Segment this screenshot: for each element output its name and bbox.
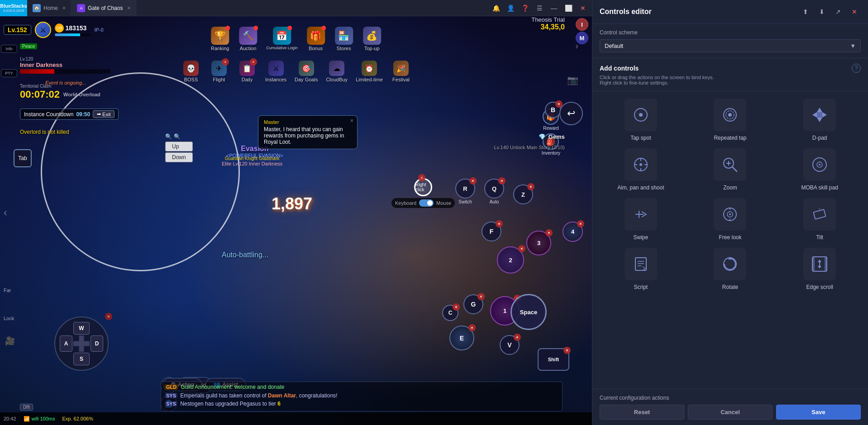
help-icon[interactable]: ❓ bbox=[520, 3, 530, 14]
menu-icon[interactable]: ☰ bbox=[534, 3, 545, 14]
rc-close[interactable]: × bbox=[418, 174, 425, 181]
g-key-btn[interactable]: × G bbox=[463, 294, 483, 314]
r-close[interactable]: × bbox=[469, 177, 477, 184]
chat-msg-0: GLD Guild Announcement: welcome and dona… bbox=[165, 384, 558, 391]
cp-scheme-select[interactable]: Default ▼ bbox=[600, 39, 861, 52]
menu-cumulative[interactable]: 📅 Cumulative Login bbox=[262, 25, 301, 53]
menu-bonus[interactable]: 🎁 Bonus bbox=[302, 25, 329, 53]
camera-icon-top[interactable]: 📷 bbox=[567, 75, 578, 85]
q-key-btn[interactable]: × Q Auto bbox=[484, 179, 504, 204]
menu-daily[interactable]: 📋 × Daily bbox=[234, 59, 261, 84]
scroll-up-btn[interactable]: Up bbox=[165, 142, 193, 151]
b-button[interactable]: × B bbox=[545, 102, 561, 118]
cp-download-btn[interactable]: ⬇ bbox=[816, 5, 828, 18]
menu-festival[interactable]: 🎉 Festival bbox=[387, 59, 415, 84]
tab-game-close[interactable]: × bbox=[127, 5, 130, 11]
tab-home-close[interactable]: × bbox=[62, 5, 66, 11]
scroll-down-btn[interactable]: Down bbox=[165, 152, 193, 162]
num4-btn[interactable]: × 4 bbox=[563, 222, 583, 242]
e-key-btn[interactable]: × E bbox=[449, 326, 474, 350]
w-key[interactable]: W bbox=[73, 322, 90, 335]
menu-auction[interactable]: 🔨 Auction bbox=[234, 25, 262, 53]
cp-control-script[interactable]: Script bbox=[600, 248, 682, 290]
flight-close[interactable]: × bbox=[222, 58, 229, 66]
cp-share-btn[interactable]: ↗ bbox=[832, 5, 844, 18]
nav-arrow-left[interactable]: ‹ bbox=[4, 206, 7, 219]
info-btn[interactable]: Info bbox=[1, 45, 17, 53]
cp-control-moba[interactable]: MOBA skill pad bbox=[778, 148, 861, 191]
v-close[interactable]: × bbox=[514, 334, 521, 341]
c-close[interactable]: × bbox=[453, 303, 460, 311]
i-button[interactable]: I bbox=[576, 18, 588, 31]
g-close[interactable]: × bbox=[477, 293, 485, 300]
r-key-btn[interactable]: × R Switch bbox=[455, 179, 475, 204]
edge-scroll-icon bbox=[803, 248, 836, 280]
notification-icon[interactable]: 🔔 bbox=[491, 3, 501, 14]
cp-control-rotate[interactable]: Rotate bbox=[689, 248, 772, 290]
c-key-btn[interactable]: × C bbox=[442, 305, 458, 321]
z-key-btn[interactable]: × Z bbox=[513, 184, 533, 204]
timer-value: 00:07:02 bbox=[20, 89, 60, 100]
wasd-close[interactable]: × bbox=[105, 313, 112, 320]
space-button[interactable]: Space bbox=[510, 294, 547, 330]
menu-flight[interactable]: ✈ × Flight bbox=[205, 59, 233, 84]
d-key[interactable]: D bbox=[91, 335, 103, 352]
menu-boss[interactable]: 💀 BOSS bbox=[177, 59, 205, 84]
close-icon[interactable]: ✕ bbox=[577, 3, 588, 14]
num2-close[interactable]: × bbox=[518, 245, 525, 252]
e-close[interactable]: × bbox=[468, 324, 476, 331]
shift-close[interactable]: × bbox=[563, 347, 571, 354]
shift-key-btn[interactable]: × Shift bbox=[538, 348, 569, 371]
cp-control-free-look[interactable]: Free look bbox=[689, 198, 772, 241]
pty-btn[interactable]: PTY bbox=[1, 69, 17, 77]
cp-upload-btn[interactable]: ⬆ bbox=[799, 5, 812, 18]
menu-day-goals[interactable]: 🎯 Day Goals bbox=[291, 59, 321, 84]
num2-btn[interactable]: × 2 bbox=[497, 246, 524, 274]
v-key-btn[interactable]: × V bbox=[500, 335, 520, 355]
cp-control-aim[interactable]: Aim, pan and shoot bbox=[600, 148, 682, 191]
save-button[interactable]: Save bbox=[776, 405, 861, 420]
exit-button[interactable]: ➡ Exit bbox=[93, 110, 114, 118]
menu-ranking[interactable]: 🏆 Ranking bbox=[206, 25, 234, 53]
minimize-icon[interactable]: — bbox=[548, 3, 559, 14]
menu-topup[interactable]: 💰 Top-up bbox=[358, 25, 386, 53]
cp-control-tilt[interactable]: Tilt bbox=[778, 198, 861, 241]
num3-close[interactable]: × bbox=[545, 229, 553, 236]
reset-button[interactable]: Reset bbox=[600, 405, 684, 420]
cp-control-dpad[interactable]: D-pad bbox=[778, 99, 861, 141]
exp-bar-container bbox=[55, 33, 91, 36]
menu-stores[interactable]: 🏪 Stores bbox=[330, 25, 358, 53]
cp-control-edge-scroll[interactable]: Edge scroll bbox=[778, 248, 861, 290]
cp-info-icon[interactable]: ? bbox=[852, 64, 861, 73]
tab-home[interactable]: 🏠 Home × bbox=[27, 0, 72, 16]
cp-control-tap-spot[interactable]: Tap spot bbox=[600, 99, 682, 141]
toggle-switch[interactable] bbox=[419, 199, 434, 207]
tab-game[interactable]: ⚔ Gate of Chaos × bbox=[72, 0, 136, 16]
nav-arrow-right[interactable]: › bbox=[575, 41, 578, 51]
num3-btn[interactable]: × 3 bbox=[526, 231, 551, 255]
chat-bubble-close[interactable]: × bbox=[350, 118, 353, 124]
cp-close-btn[interactable]: ✕ bbox=[848, 5, 861, 18]
maximize-icon[interactable]: ⬜ bbox=[563, 3, 574, 14]
account-icon[interactable]: 👤 bbox=[505, 3, 516, 14]
q-close[interactable]: × bbox=[498, 177, 506, 184]
tab-key[interactable]: Tab bbox=[14, 149, 32, 167]
s-key[interactable]: S bbox=[73, 353, 90, 365]
cp-control-swipe[interactable]: Swipe bbox=[600, 198, 682, 241]
menu-instances[interactable]: ⚔ Instances bbox=[262, 59, 290, 84]
daily-close[interactable]: × bbox=[250, 58, 257, 66]
cancel-button[interactable]: Cancel bbox=[688, 405, 773, 420]
a-key[interactable]: A bbox=[60, 335, 72, 352]
back-arrow-button[interactable]: ↩ bbox=[559, 102, 583, 125]
num4-close[interactable]: × bbox=[577, 220, 584, 227]
f-key-btn[interactable]: × F bbox=[482, 222, 501, 241]
z-close[interactable]: × bbox=[527, 183, 534, 190]
menu-limited[interactable]: ⏰ Limited-time bbox=[352, 59, 386, 84]
menu-cloudbuy[interactable]: ☁ CloudBuy bbox=[322, 59, 351, 84]
camera-icon-left[interactable]: 🎥 bbox=[5, 336, 15, 346]
cp-control-repeated-tap[interactable]: Repeated tap bbox=[689, 99, 772, 141]
countdown-label: Instance Countdown bbox=[24, 111, 73, 118]
f-close[interactable]: × bbox=[496, 220, 503, 227]
cp-control-zoom[interactable]: Zoom bbox=[689, 148, 772, 191]
keyboard-label: Keyboard bbox=[395, 200, 416, 206]
